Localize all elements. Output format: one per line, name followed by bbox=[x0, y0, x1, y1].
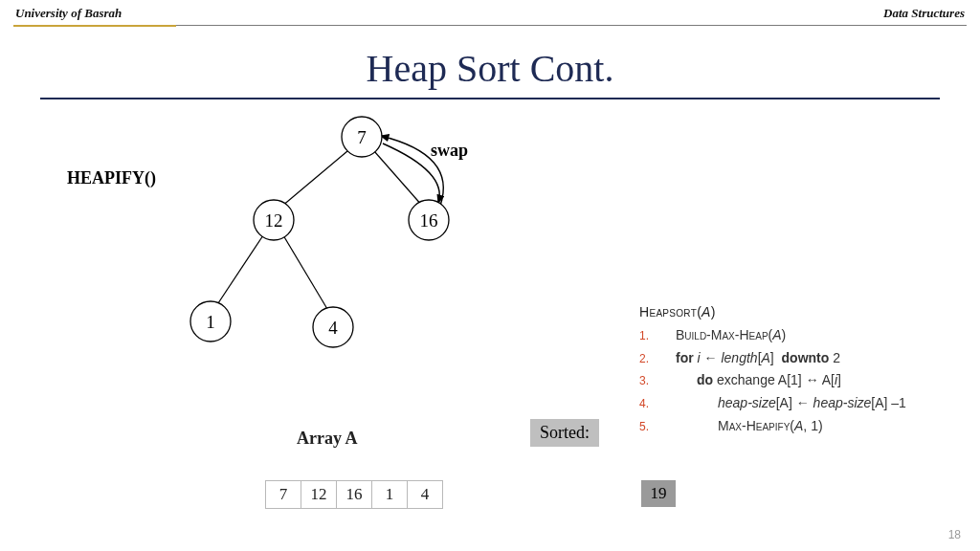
svg-text:12: 12 bbox=[265, 210, 283, 231]
slide-header: University of Basrah Data Structures bbox=[15, 6, 965, 21]
algorithm-line: 2.for i ← length[A] downto 2 bbox=[639, 347, 960, 370]
node-left: 12 bbox=[254, 200, 294, 240]
svg-line-3 bbox=[283, 235, 327, 309]
array-cell: 16 bbox=[336, 480, 372, 509]
algorithm-line: 1.Build-Max-Heap(A) bbox=[639, 324, 960, 347]
algorithm-block: Heapsort(A) 1.Build-Max-Heap(A)2.for i ←… bbox=[639, 301, 960, 438]
svg-line-0 bbox=[281, 151, 347, 207]
algorithm-line: 5.Max-Heapify(A, 1) bbox=[639, 415, 960, 438]
sorted-cell: 19 bbox=[641, 480, 676, 507]
node-root: 7 bbox=[342, 117, 382, 157]
svg-line-2 bbox=[214, 235, 263, 309]
svg-text:16: 16 bbox=[420, 210, 438, 231]
svg-line-1 bbox=[374, 151, 423, 207]
svg-text:1: 1 bbox=[206, 312, 215, 332]
algorithm-title: Heapsort(A) bbox=[639, 301, 960, 324]
array-a: 7 12 16 1 4 bbox=[266, 480, 443, 509]
array-cell: 12 bbox=[301, 480, 337, 509]
page-number: 18 bbox=[948, 528, 961, 541]
array-cell: 4 bbox=[407, 480, 443, 509]
array-label: Array A bbox=[297, 429, 357, 449]
title-rule bbox=[40, 98, 940, 99]
header-right: Data Structures bbox=[883, 6, 965, 21]
node-ll: 1 bbox=[190, 301, 231, 342]
page-title: Heap Sort Cont. bbox=[0, 46, 980, 91]
sorted-label: Sorted: bbox=[530, 419, 599, 447]
header-left: University of Basrah bbox=[15, 6, 122, 21]
heap-tree-diagram: 7 12 16 1 4 bbox=[77, 105, 574, 402]
svg-text:4: 4 bbox=[328, 318, 338, 338]
svg-text:7: 7 bbox=[357, 127, 367, 147]
algorithm-line: 4.heap-size[A] ← heap-size[A] –1 bbox=[639, 392, 960, 415]
node-right: 16 bbox=[409, 200, 449, 240]
array-cell: 1 bbox=[371, 480, 408, 509]
algorithm-line: 3.do exchange A[1] ↔ A[i] bbox=[639, 369, 960, 392]
node-lr: 4 bbox=[313, 307, 353, 347]
gold-underline bbox=[13, 25, 176, 27]
array-cell: 7 bbox=[265, 480, 301, 509]
